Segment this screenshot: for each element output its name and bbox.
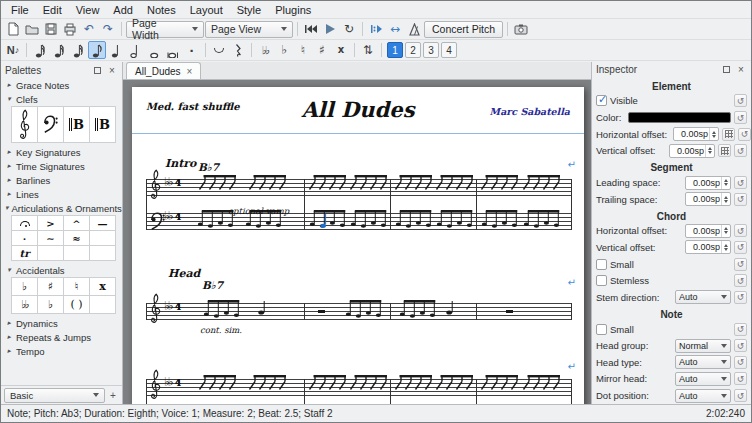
- treble-clef-cell[interactable]: [12, 107, 38, 143]
- section-label-intro[interactable]: Intro: [165, 157, 196, 170]
- note-group[interactable]: [522, 210, 562, 229]
- sharp-cell[interactable]: ♯: [38, 278, 64, 296]
- reset-button[interactable]: ↺: [734, 224, 747, 237]
- barline[interactable]: [390, 303, 391, 320]
- duration-breve-button[interactable]: [164, 41, 182, 59]
- score-system-1[interactable]: ♭♭ ♭♭ 44 44: [146, 173, 572, 239]
- note-group[interactable]: [344, 300, 384, 319]
- open-file-button[interactable]: [23, 20, 41, 38]
- score-view[interactable]: Med. fast shuffle All Dudes Marc Sabatel…: [123, 80, 591, 404]
- barline[interactable]: [476, 379, 477, 404]
- loop-playback-button[interactable]: ↻: [340, 20, 358, 38]
- menu-plugins[interactable]: Plugins: [268, 3, 318, 17]
- staff-text-vamp[interactable]: optional vamp: [228, 206, 289, 216]
- slash-notation[interactable]: [308, 375, 348, 392]
- barline[interactable]: [390, 379, 391, 404]
- system-break-icon[interactable]: ↵: [568, 277, 576, 288]
- treble-clef-icon[interactable]: [148, 293, 163, 325]
- metronome-button[interactable]: [405, 20, 423, 38]
- selected-note[interactable]: [319, 213, 328, 229]
- slash-notation[interactable]: [394, 375, 434, 392]
- barline[interactable]: [146, 379, 147, 404]
- reset-button[interactable]: ↺: [734, 339, 747, 352]
- barline[interactable]: [304, 179, 305, 230]
- slash-notation[interactable]: [198, 375, 238, 392]
- turn-cell[interactable]: ≈: [64, 231, 90, 246]
- reset-button[interactable]: ↺: [734, 372, 747, 385]
- chord-symbol[interactable]: B♭7: [202, 279, 223, 291]
- menu-notes[interactable]: Notes: [140, 3, 183, 17]
- rest[interactable]: [318, 310, 326, 314]
- slash-notation[interactable]: [480, 175, 520, 192]
- chord-voffset-spinbox[interactable]: 0.00sp: [685, 240, 731, 254]
- zoom-combobox[interactable]: Page Width: [126, 21, 204, 38]
- staff-text-cont[interactable]: cont. sim.: [200, 325, 242, 335]
- note-group[interactable]: [394, 210, 434, 229]
- save-button[interactable]: [42, 20, 60, 38]
- slash-notation[interactable]: [522, 175, 562, 192]
- slash-notation[interactable]: [248, 375, 288, 392]
- menu-view[interactable]: View: [69, 3, 107, 17]
- note-group[interactable]: [308, 210, 348, 229]
- visible-checkbox[interactable]: [596, 95, 607, 106]
- menu-add[interactable]: Add: [106, 3, 140, 17]
- voffset-spinbox[interactable]: 0.00sp: [669, 144, 715, 158]
- redo-button[interactable]: ↷: [99, 20, 117, 38]
- note-group[interactable]: [480, 210, 520, 229]
- duration-whole-button[interactable]: [145, 41, 163, 59]
- tab-all-dudes[interactable]: All_Dudes ×: [126, 62, 201, 79]
- menu-edit[interactable]: Edit: [36, 3, 69, 17]
- spin-arrows[interactable]: [721, 193, 730, 205]
- view-mode-combobox[interactable]: Page View: [205, 21, 293, 38]
- reset-button[interactable]: ↺: [734, 144, 747, 157]
- undock-button[interactable]: [720, 64, 732, 76]
- bass-clef-cell[interactable]: [38, 107, 64, 143]
- trailing-space-spinbox[interactable]: 0.00sp: [685, 192, 731, 206]
- stemless-checkbox[interactable]: [596, 275, 607, 286]
- flat-button[interactable]: ♭: [275, 41, 293, 59]
- treble-clef-icon[interactable]: [148, 169, 163, 201]
- spin-arrows[interactable]: [721, 225, 730, 237]
- new-score-button[interactable]: [4, 20, 22, 38]
- pan-score-button[interactable]: ↔: [386, 20, 404, 38]
- note-small-checkbox[interactable]: [596, 324, 607, 335]
- double-sharp-button[interactable]: x: [332, 41, 350, 59]
- duration-32nd-button[interactable]: [50, 41, 68, 59]
- score-system-3[interactable]: ♭♭ 44: [146, 373, 572, 404]
- snap-to-grid-button[interactable]: [718, 144, 731, 157]
- barline[interactable]: [571, 179, 572, 230]
- color-swatch[interactable]: [628, 112, 731, 123]
- alto-clef-cell[interactable]: B: [64, 107, 90, 143]
- rest[interactable]: [506, 310, 514, 314]
- barline[interactable]: [390, 179, 391, 230]
- palette-item-repeats-jumps[interactable]: ▸Repeats & Jumps: [1, 330, 122, 344]
- reset-button[interactable]: ↺: [734, 193, 747, 206]
- fermata-cell[interactable]: [12, 216, 38, 231]
- note-group[interactable]: [398, 300, 438, 319]
- stem-direction-select[interactable]: Auto: [675, 290, 731, 304]
- barline[interactable]: [476, 179, 477, 230]
- slash-notation[interactable]: [198, 175, 238, 192]
- duration-eighth-button[interactable]: [88, 41, 106, 59]
- head-type-select[interactable]: Auto: [675, 355, 731, 369]
- slash-notation[interactable]: [435, 375, 475, 392]
- empty-cell[interactable]: [90, 231, 116, 246]
- marcato-cell[interactable]: ^: [64, 216, 90, 231]
- reset-button[interactable]: ↺: [738, 128, 751, 141]
- snap-to-grid-button[interactable]: [722, 128, 735, 141]
- reset-button[interactable]: ↺: [734, 176, 747, 189]
- empty-cell[interactable]: [64, 246, 90, 261]
- menu-file[interactable]: File: [4, 3, 36, 17]
- double-flat-button[interactable]: ♭♭: [256, 41, 274, 59]
- double-sharp-cell[interactable]: x: [90, 278, 116, 296]
- palette-item-key-signatures[interactable]: ▸Key Signatures: [1, 145, 122, 159]
- palette-item-lines[interactable]: ▸Lines: [1, 187, 122, 201]
- key-signature[interactable]: ♭♭: [164, 175, 171, 189]
- palette-item-barlines[interactable]: ▸Barlines: [1, 173, 122, 187]
- reset-button[interactable]: ↺: [734, 323, 747, 336]
- tie-button[interactable]: [210, 41, 228, 59]
- note[interactable]: [258, 299, 267, 316]
- menu-style[interactable]: Style: [230, 3, 268, 17]
- note-input-button[interactable]: N♪: [4, 41, 22, 59]
- key-signature[interactable]: ♭♭: [164, 209, 171, 223]
